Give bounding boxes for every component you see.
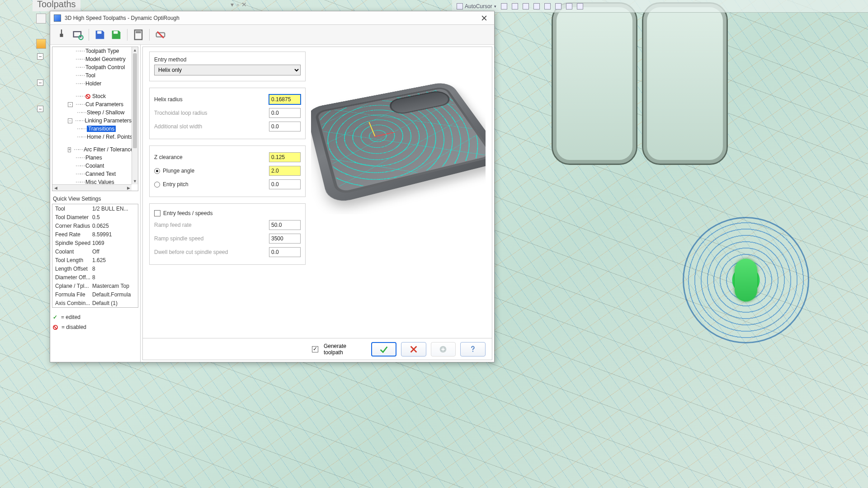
ribbon-icon[interactable] <box>544 3 551 9</box>
status-ribbon: AutoCursor ▾ <box>452 0 868 13</box>
helix-radius-label: Helix radius <box>154 96 269 103</box>
dialog-titlebar[interactable]: 3D High Speed Toolpaths - Dynamic OptiRo… <box>50 11 494 25</box>
ribbon-icon[interactable] <box>566 3 572 9</box>
help-icon <box>468 344 478 354</box>
parameter-panel: Entry method Helix only Helix radius Tro… <box>142 47 492 360</box>
tree-node[interactable]: ⋯⋯Transitions <box>52 125 132 133</box>
ribbon-icon[interactable] <box>533 3 540 9</box>
tool-icon[interactable] <box>55 28 68 42</box>
x-icon <box>409 344 419 354</box>
ribbon-icon[interactable] <box>512 3 518 9</box>
view-tool-icon[interactable] <box>71 28 85 42</box>
entry-pitch-radio[interactable] <box>154 182 160 188</box>
tree-node[interactable]: -⋯⋯Linking Parameters <box>52 117 132 125</box>
tree-scrollbar-vertical[interactable]: ▲▼ <box>132 47 138 184</box>
tree-node[interactable]: ⋯⋯Toolpath Control <box>52 63 132 71</box>
ramp-spindle-label: Ramp spindle speed <box>154 235 269 242</box>
plunge-angle-label: Plunge angle <box>163 168 194 174</box>
save-as-icon[interactable] <box>109 28 123 42</box>
ribbon-icon[interactable] <box>577 3 583 9</box>
operations-tree-stub[interactable] <box>37 106 43 112</box>
help-button[interactable] <box>460 342 486 357</box>
trochoidal-radius-label: Trochoidal loop radius <box>154 110 269 116</box>
entry-pitch-label: Entry pitch <box>163 181 189 188</box>
generate-toolpath-label: Generate toolpath <box>324 343 367 356</box>
tree-node[interactable]: +⋯⋯Arc Filter / Tolerance <box>52 145 132 154</box>
tree-node[interactable]: ⋯⋯Holder <box>52 80 132 88</box>
save-icon[interactable] <box>93 28 107 42</box>
svg-rect-3 <box>113 31 118 33</box>
tree-node[interactable]: ⋯⋯Tool <box>52 71 132 80</box>
autocursor-toggle[interactable]: AutoCursor ▾ <box>457 3 496 9</box>
close-icon <box>481 15 487 21</box>
tree-node[interactable]: ⋯⋯Steep / Shallow <box>52 108 132 117</box>
tree-node[interactable]: ⋯⋯Home / Ref. Points <box>52 133 132 141</box>
entry-feeds-label: Entry feeds / speeds <box>163 210 212 216</box>
preview-part <box>311 81 486 205</box>
check-icon <box>379 344 389 354</box>
quick-view-settings: Tool1/2 BULL EN...Tool Diameter0.5Corner… <box>52 204 138 308</box>
tree-node[interactable]: ⋯⋯Coolant <box>52 162 132 170</box>
tree-scrollbar-horizontal[interactable]: ◀▶ <box>52 184 132 191</box>
apply-button <box>431 342 456 357</box>
ribbon-icon[interactable] <box>555 3 561 9</box>
svg-point-8 <box>472 351 473 352</box>
ok-button[interactable] <box>371 342 396 357</box>
z-entry-group: Z clearance Plunge angle <box>149 145 306 197</box>
close-icon[interactable]: ✕ <box>241 1 247 8</box>
legend-edited: = edited <box>61 314 80 320</box>
entry-preview <box>311 52 486 214</box>
legend-disabled: = disabled <box>61 324 86 330</box>
entry-method-select[interactable]: Helix only <box>154 65 301 75</box>
quick-view-row: Formula FileDefault.Formula <box>52 290 138 299</box>
chevron-down-icon[interactable]: ▾ <box>231 1 234 8</box>
quick-view-title: Quick View Settings <box>50 193 140 203</box>
app-icon <box>54 14 61 22</box>
tree-node[interactable]: ⋯⋯Toolpath Type <box>52 47 132 55</box>
quick-view-row: Length Offset8 <box>52 264 138 273</box>
entry-method-label: Entry method <box>154 56 301 63</box>
nav-column: ⋯⋯Toolpath Type⋯⋯Model Geometry⋯⋯Toolpat… <box>50 45 141 362</box>
close-button[interactable] <box>478 13 491 23</box>
bg-round-pocket <box>683 217 809 343</box>
pointer-tool-icon[interactable] <box>36 14 46 23</box>
entry-pitch-input <box>269 179 301 189</box>
dialog-button-bar: Generate toolpath <box>143 338 492 360</box>
z-clearance-input[interactable] <box>269 152 301 162</box>
operations-tree-stub[interactable] <box>37 53 43 60</box>
entry-feeds-checkbox[interactable] <box>154 210 160 216</box>
quick-view-row: Tool Length1.625 <box>52 256 138 264</box>
quick-view-row: Feed Rate8.59991 <box>52 230 138 239</box>
generate-toolpath-checkbox[interactable] <box>312 346 318 352</box>
tree-node[interactable]: ⋯⋯Canned Text <box>52 170 132 178</box>
tree-node[interactable]: ⋯⋯Stock <box>52 92 132 100</box>
plunge-angle-input[interactable] <box>269 166 301 176</box>
tree-node[interactable]: ⋯⋯Planes <box>52 154 132 162</box>
tree-node[interactable]: -⋯⋯Cut Parameters <box>52 100 132 108</box>
plunge-angle-radio[interactable] <box>154 168 160 174</box>
ban-icon <box>53 325 58 330</box>
helix-radius-input[interactable] <box>269 94 301 104</box>
radius-group: Helix radius Trochoidal loop radius Addi… <box>149 88 306 139</box>
ribbon-icon[interactable] <box>523 3 529 9</box>
host-panel-controls: ▾ ▫ ✕ <box>231 1 247 8</box>
chevron-down-icon: ▾ <box>494 4 496 9</box>
plus-icon <box>438 344 448 354</box>
operations-tree-stub[interactable] <box>37 80 43 86</box>
quick-view-row: Spindle Speed1069 <box>52 239 138 247</box>
quick-view-row: Cplane / Tpl...Mastercam Top <box>52 282 138 290</box>
toggle-off-icon[interactable] <box>154 28 167 42</box>
ribbon-icon[interactable] <box>501 3 507 9</box>
calculator-icon[interactable] <box>132 28 145 42</box>
toolpath-dialog: 3D High Speed Toolpaths - Dynamic OptiRo… <box>50 11 495 362</box>
dwell-label: Dwell before cut spindle speed <box>154 249 269 255</box>
dwell-input <box>269 247 301 257</box>
slot-width-label: Additional slot width <box>154 123 269 130</box>
tree-node[interactable]: ⋯⋯Model Geometry <box>52 55 132 63</box>
lock-icon[interactable] <box>36 39 46 49</box>
svg-rect-5 <box>136 31 141 33</box>
parameter-tree[interactable]: ⋯⋯Toolpath Type⋯⋯Model Geometry⋯⋯Toolpat… <box>52 47 138 191</box>
quick-view-row: Tool1/2 BULL EN... <box>52 204 138 213</box>
cancel-button[interactable] <box>401 342 426 357</box>
pin-icon[interactable]: ▫ <box>236 1 239 8</box>
